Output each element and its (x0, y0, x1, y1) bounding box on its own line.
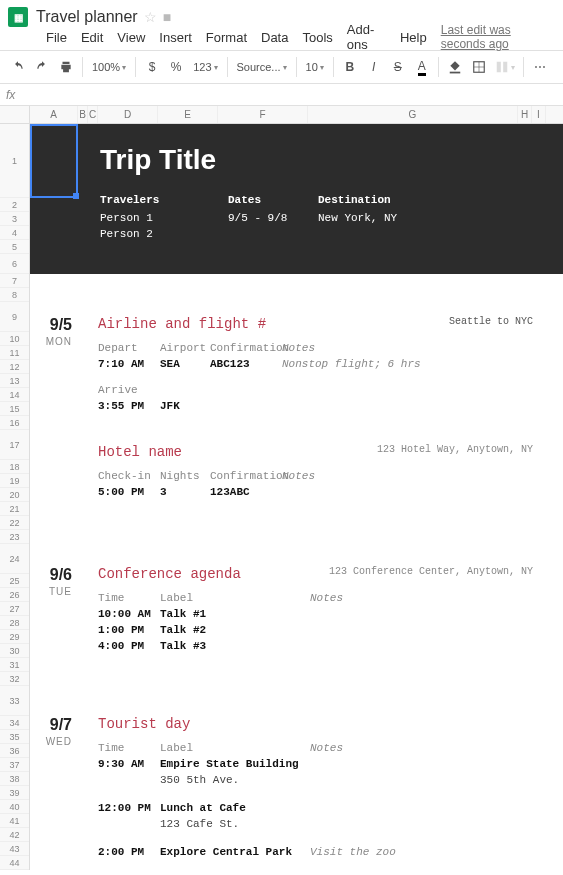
row-header-9[interactable]: 9 (0, 302, 29, 332)
row-header-11[interactable]: 11 (0, 346, 29, 360)
row-header-19[interactable]: 19 (0, 474, 29, 488)
merge-cells-button[interactable]: ▾ (492, 55, 518, 79)
text-color-button[interactable]: A (411, 55, 433, 79)
col-B[interactable]: B (78, 106, 88, 123)
row-header-14[interactable]: 14 (0, 388, 29, 402)
document-title[interactable]: Travel planner (36, 8, 138, 26)
item1-sub: 350 5th Ave. (160, 772, 310, 788)
row-header-30[interactable]: 30 (0, 644, 29, 658)
menu-help[interactable]: Help (400, 30, 427, 45)
fill-color-button[interactable] (444, 55, 466, 79)
row-header-1[interactable]: 1 (0, 124, 29, 198)
sheets-app-icon[interactable]: ▦ (8, 7, 28, 27)
menu-edit[interactable]: Edit (81, 30, 103, 45)
more-toolbar-button[interactable]: ⋯ (529, 55, 551, 79)
flight-confirmation: ABC123 (210, 356, 282, 372)
row-header-3[interactable]: 3 (0, 212, 29, 226)
col-E[interactable]: E (158, 106, 218, 123)
row-header-28[interactable]: 28 (0, 616, 29, 630)
col-D[interactable]: D (98, 106, 158, 123)
menu-addons[interactable]: Add-ons (347, 22, 386, 52)
select-all-corner[interactable] (0, 106, 30, 123)
italic-button[interactable]: I (363, 55, 385, 79)
talk3-time: 4:00 PM (98, 638, 160, 654)
row-header-6[interactable]: 6 (0, 254, 29, 274)
borders-button[interactable] (468, 55, 490, 79)
row-header-7[interactable]: 7 (0, 274, 29, 288)
row-header-25[interactable]: 25 (0, 574, 29, 588)
row-header-8[interactable]: 8 (0, 288, 29, 302)
menu-insert[interactable]: Insert (159, 30, 192, 45)
spreadsheet-grid[interactable]: 1234567891011121314151617181920212223242… (0, 124, 563, 870)
row-header-12[interactable]: 12 (0, 360, 29, 374)
row-header-5[interactable]: 5 (0, 240, 29, 254)
depart-airport: SEA (160, 356, 210, 372)
row-header-38[interactable]: 38 (0, 772, 29, 786)
row-header-37[interactable]: 37 (0, 758, 29, 772)
undo-button[interactable] (7, 55, 29, 79)
formula-input[interactable] (30, 88, 557, 102)
row-header-16[interactable]: 16 (0, 416, 29, 430)
row-header-23[interactable]: 23 (0, 530, 29, 544)
menu-data[interactable]: Data (261, 30, 288, 45)
star-icon[interactable]: ☆ (144, 9, 157, 25)
row-header-39[interactable]: 39 (0, 786, 29, 800)
row-header-44[interactable]: 44 (0, 856, 29, 870)
row-header-15[interactable]: 15 (0, 402, 29, 416)
row-header-2[interactable]: 2 (0, 198, 29, 212)
zoom-select[interactable]: 100%▾ (88, 55, 130, 79)
row-header-18[interactable]: 18 (0, 460, 29, 474)
col-C[interactable]: C (88, 106, 98, 123)
row-header-22[interactable]: 22 (0, 516, 29, 530)
depart-time: 7:10 AM (98, 356, 160, 372)
row-header-35[interactable]: 35 (0, 730, 29, 744)
row-header-41[interactable]: 41 (0, 814, 29, 828)
bold-button[interactable]: B (339, 55, 361, 79)
flight-notes: Nonstop flight; 6 hrs (282, 356, 533, 372)
col-I[interactable]: I (532, 106, 546, 123)
col-H[interactable]: H (518, 106, 532, 123)
format-percent-button[interactable]: % (165, 55, 187, 79)
row-header-43[interactable]: 43 (0, 842, 29, 856)
row-header-24[interactable]: 24 (0, 544, 29, 574)
talk2-time: 1:00 PM (98, 622, 160, 638)
menu-format[interactable]: Format (206, 30, 247, 45)
more-formats-button[interactable]: 123▾ (189, 55, 221, 79)
col-F[interactable]: F (218, 106, 308, 123)
row-header-36[interactable]: 36 (0, 744, 29, 758)
row-header-26[interactable]: 26 (0, 588, 29, 602)
col-G[interactable]: G (308, 106, 518, 123)
row-header-33[interactable]: 33 (0, 686, 29, 716)
redo-button[interactable] (31, 55, 53, 79)
print-button[interactable] (55, 55, 77, 79)
row-header-17[interactable]: 17 (0, 430, 29, 460)
row-header-20[interactable]: 20 (0, 488, 29, 502)
menu-tools[interactable]: Tools (302, 30, 332, 45)
svg-rect-0 (450, 72, 461, 74)
row-header-13[interactable]: 13 (0, 374, 29, 388)
item3-label: Explore Central Park (160, 844, 310, 860)
row-header-40[interactable]: 40 (0, 800, 29, 814)
row-header-4[interactable]: 4 (0, 226, 29, 240)
row-header-10[interactable]: 10 (0, 332, 29, 346)
format-currency-button[interactable]: $ (141, 55, 163, 79)
row-header-21[interactable]: 21 (0, 502, 29, 516)
row-header-29[interactable]: 29 (0, 630, 29, 644)
row-header-42[interactable]: 42 (0, 828, 29, 842)
menu-view[interactable]: View (117, 30, 145, 45)
row-header-32[interactable]: 32 (0, 672, 29, 686)
row-header-31[interactable]: 31 (0, 658, 29, 672)
row-header-27[interactable]: 27 (0, 602, 29, 616)
last-edit-link[interactable]: Last edit was seconds ago (441, 23, 555, 51)
folder-icon[interactable]: ■ (163, 9, 171, 25)
item2-time: 12:00 PM (98, 800, 160, 816)
strikethrough-button[interactable]: S (387, 55, 409, 79)
destination-value: New York, NY (318, 210, 468, 226)
day3-date: 9/7 (30, 716, 72, 734)
col-A[interactable]: A (30, 106, 78, 123)
menu-file[interactable]: File (46, 30, 67, 45)
day2-label: 9/6 TUE (30, 566, 78, 597)
font-size-select[interactable]: 10▾ (302, 55, 328, 79)
row-header-34[interactable]: 34 (0, 716, 29, 730)
font-family-select[interactable]: Source...▾ (233, 55, 291, 79)
